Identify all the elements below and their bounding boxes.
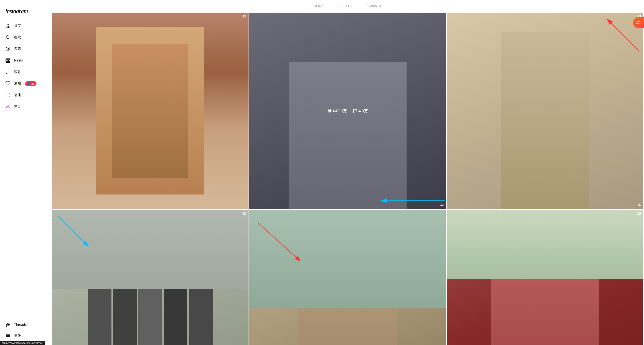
ins-keep-line1: INS — [637, 20, 640, 23]
svg-marker-22 — [339, 5, 340, 7]
download-icon-3[interactable] — [638, 202, 641, 207]
create-icon — [5, 92, 11, 98]
sidebar-item-create[interactable]: 创建 — [2, 90, 48, 100]
url-bar: https://www.instagram.com/c0OrKev9Di — [0, 341, 45, 345]
threads-label: Threads — [14, 323, 27, 327]
url-text: https://www.instagram.com/c0OrKev9Di — [2, 342, 43, 344]
svg-rect-30 — [638, 15, 640, 17]
grid-item-1[interactable]: ❤️ — — [52, 12, 248, 209]
home-label: 首页 — [14, 24, 21, 28]
likes-stat: ❤️ — — [146, 109, 154, 113]
notifications-label: 通知 — [14, 81, 21, 86]
sidebar-bottom: @ Threads 更多 — [2, 320, 48, 341]
profile-tabs: 帖子 REELS 标记内容 — [51, 0, 644, 12]
tab-posts[interactable]: 帖子 — [313, 2, 324, 10]
tab-posts-label: 帖子 — [318, 4, 324, 8]
badge-count: 21 — [32, 82, 34, 85]
grid-item-4[interactable] — [52, 210, 248, 345]
heart-icon — [5, 81, 11, 86]
explore-label: 探索 — [14, 47, 21, 51]
stats-overlay: 649.9万 4.3万 — [249, 12, 446, 209]
more-icon — [5, 332, 11, 338]
search-label: 搜索 — [14, 35, 21, 40]
messages-label: 消息 — [14, 70, 21, 74]
instagram-logo: Instagram — [2, 4, 48, 20]
profile-icon — [5, 104, 11, 109]
create-label: 创建 — [14, 93, 21, 97]
person-icon: 👤 — [27, 82, 30, 85]
grid-item-3[interactable] — [447, 12, 643, 209]
sidebar-item-home[interactable]: 首页 — [2, 20, 48, 31]
svg-rect-20 — [314, 6, 315, 7]
search-icon — [5, 34, 11, 40]
sidebar-item-profile[interactable]: 主页 — [2, 101, 48, 112]
reels-icon — [5, 58, 11, 63]
main-content: 帖子 REELS 标记内容 — [51, 0, 644, 345]
sidebar-item-notifications[interactable]: 通知 👤 21 — [2, 78, 48, 89]
ins-keep-line2: KEEP — [636, 23, 641, 25]
sidebar-item-reels[interactable]: Reels — [2, 55, 48, 66]
grid-item-2[interactable]: 649.9万 4.3万 — [249, 12, 446, 209]
multi-photo-icon-4 — [242, 212, 246, 217]
more-label: 更多 — [14, 333, 21, 338]
svg-point-14 — [7, 105, 9, 106]
tab-tagged[interactable]: 标记内容 — [365, 2, 382, 10]
profile-label: 主页 — [14, 104, 21, 109]
comments-badge: 4.3万 — [353, 108, 368, 114]
download-icon[interactable] — [440, 202, 444, 207]
svg-rect-34 — [243, 213, 245, 215]
svg-point-23 — [367, 5, 367, 6]
svg-point-0 — [6, 36, 9, 39]
svg-rect-19 — [316, 5, 316, 6]
svg-rect-18 — [314, 5, 315, 6]
tab-reels[interactable]: REELS — [337, 2, 352, 10]
svg-rect-43 — [638, 212, 640, 214]
sidebar-item-more[interactable]: 更多 — [2, 330, 48, 341]
svg-line-1 — [9, 38, 10, 40]
sidebar-item-search[interactable]: 搜索 — [2, 32, 48, 43]
explore-icon — [5, 46, 11, 52]
likes-badge: 649.9万 — [328, 108, 346, 114]
grid-item-6[interactable] — [447, 210, 643, 345]
photo-grid: ❤️ — 649.9万 4.3万 — [51, 12, 644, 345]
notification-badge: 👤 21 — [25, 81, 36, 86]
grid-item-5[interactable] — [249, 210, 446, 345]
tab-reels-label: REELS — [342, 4, 352, 8]
sidebar: Instagram 首页 搜索 探索 Reels 消息 通知 — [0, 0, 51, 345]
reels-label: Reels — [14, 58, 23, 62]
threads-icon: @ — [5, 322, 11, 328]
svg-rect-42 — [638, 213, 640, 215]
multi-photo-icon-6 — [638, 212, 641, 217]
svg-rect-35 — [244, 212, 246, 214]
sidebar-item-explore[interactable]: 探索 — [2, 44, 48, 54]
sidebar-item-threads[interactable]: @ Threads — [2, 320, 48, 330]
svg-point-5 — [7, 60, 8, 61]
messages-icon — [5, 69, 11, 75]
home-icon — [5, 23, 11, 28]
sidebar-item-messages[interactable]: 消息 — [2, 66, 48, 77]
tab-tagged-label: 标记内容 — [370, 4, 381, 8]
svg-marker-3 — [7, 48, 10, 50]
ins-keep-button[interactable]: INS KEEP — [633, 17, 644, 28]
svg-rect-21 — [316, 6, 316, 7]
